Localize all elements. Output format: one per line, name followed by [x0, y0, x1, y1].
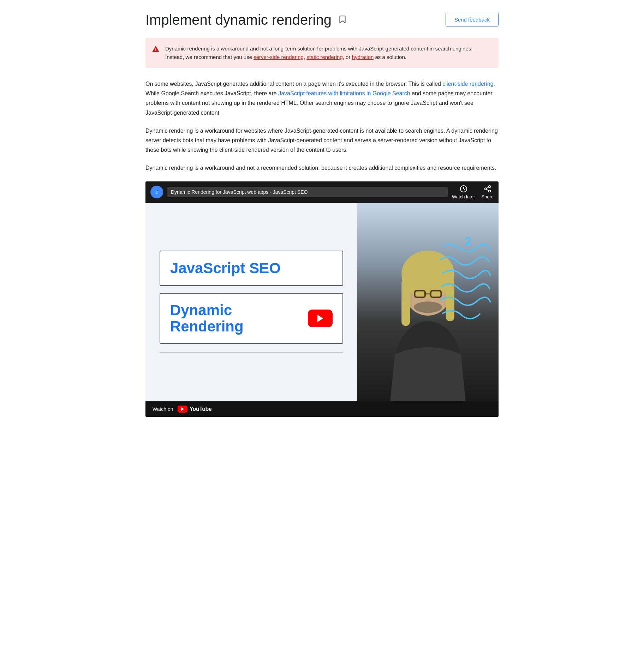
hydration-link[interactable]: hydration [352, 54, 374, 60]
svg-rect-1 [155, 192, 158, 194]
js-limitations-link[interactable]: JavaScript features with limitations in … [278, 90, 410, 96]
video-controls: Watch later Share [452, 185, 494, 199]
paragraph-3: Dynamic rendering is a workaround and no… [145, 163, 499, 173]
video-thumbnail-content: JavaScript SEO Dynamic Rendering [145, 203, 499, 402]
server-side-rendering-link[interactable]: server-side rendering [254, 54, 304, 60]
svg-marker-10 [317, 315, 323, 322]
paragraph-1: On some websites, JavaScript generates a… [145, 79, 499, 118]
video-scribbles: 2 [438, 223, 491, 342]
youtube-play-button[interactable] [308, 310, 333, 327]
video-left-panel: JavaScript SEO Dynamic Rendering [145, 203, 357, 402]
header-left: Implement dynamic rendering [145, 11, 347, 28]
video-separator [160, 352, 343, 353]
video-embed[interactable]: Dynamic Rendering for JavaScript web app… [145, 181, 499, 417]
watch-later-button[interactable]: Watch later [452, 185, 475, 199]
svg-marker-21 [181, 407, 184, 411]
client-side-rendering-link[interactable]: client-side rendering [442, 81, 493, 87]
static-rendering-link[interactable]: static rendering [306, 54, 343, 60]
bookmark-icon[interactable] [338, 15, 347, 25]
youtube-logo[interactable]: YouTube [178, 406, 212, 413]
youtube-text: YouTube [190, 406, 212, 412]
svg-point-6 [484, 188, 487, 190]
video-bottom-bar[interactable]: Watch on YouTube [145, 401, 499, 417]
video-top-bar: Dynamic Rendering for JavaScript web app… [145, 181, 499, 203]
svg-point-3 [157, 190, 158, 191]
js-seo-text: JavaScript SEO [170, 260, 333, 277]
paragraph-2: Dynamic rendering is a workaround for we… [145, 126, 499, 155]
share-button[interactable]: Share [481, 185, 494, 199]
warning-box: Dynamic rendering is a workaround and no… [145, 38, 499, 68]
content-body: On some websites, JavaScript generates a… [145, 79, 499, 173]
watch-on-label: Watch on [153, 406, 173, 412]
svg-line-8 [487, 189, 489, 191]
svg-text:2: 2 [465, 234, 472, 248]
svg-point-2 [156, 190, 156, 191]
warning-triangle-icon [152, 45, 160, 54]
svg-point-5 [488, 185, 490, 187]
dynamic-rendering-box: Dynamic Rendering [160, 293, 343, 344]
svg-point-0 [155, 190, 158, 192]
warning-text: Dynamic rendering is a workaround and no… [165, 44, 491, 61]
send-feedback-button[interactable]: Send feedback [446, 13, 499, 26]
header-row: Implement dynamic rendering Send feedbac… [145, 11, 499, 28]
js-seo-box: JavaScript SEO [160, 251, 343, 286]
video-right-panel: 2 [357, 203, 499, 402]
svg-line-9 [487, 187, 489, 188]
page-title: Implement dynamic rendering [145, 11, 332, 28]
page-container: Implement dynamic rendering Send feedbac… [131, 0, 513, 431]
svg-rect-14 [401, 279, 410, 326]
video-title: Dynamic Rendering for JavaScript web app… [167, 187, 448, 197]
youtube-icon [178, 406, 187, 413]
svg-point-7 [488, 190, 490, 192]
dynamic-rendering-text: Dynamic Rendering [170, 302, 244, 335]
video-thumbnail[interactable]: JavaScript SEO Dynamic Rendering [145, 203, 499, 402]
video-channel-logo [150, 186, 163, 198]
